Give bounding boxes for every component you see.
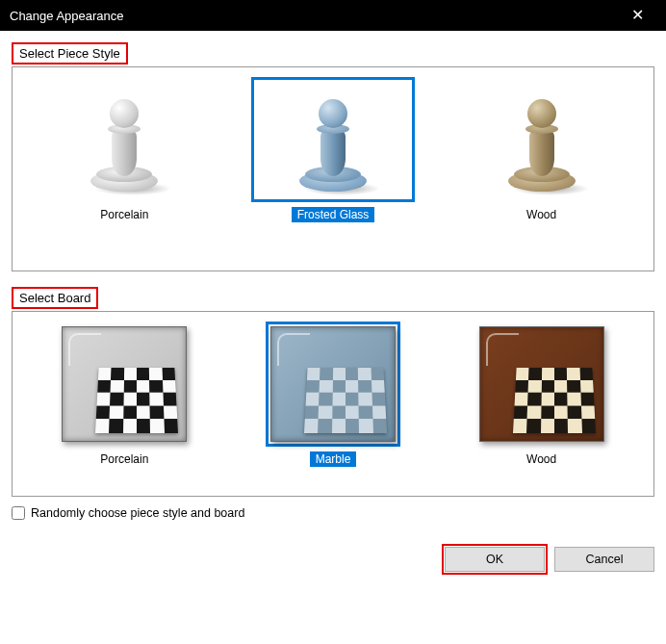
piece-option-wood[interactable]: Wood xyxy=(450,77,633,222)
piece-thumb xyxy=(42,77,206,202)
titlebar: Change Appearance ✕ xyxy=(0,0,666,31)
board-icon xyxy=(62,326,187,442)
board-squares xyxy=(95,368,178,433)
random-style-checkbox-row[interactable]: Randomly choose piece style and board xyxy=(12,506,654,520)
close-icon[interactable]: ✕ xyxy=(618,0,656,31)
piece-thumb xyxy=(251,77,415,202)
board-section-label: Select Board xyxy=(12,287,98,309)
piece-thumb xyxy=(460,77,624,202)
piece-option-label: Porcelain xyxy=(94,207,154,222)
pawn-icon xyxy=(508,88,576,192)
piece-option-label: Frosted Glass xyxy=(292,207,375,222)
piece-style-section-label: Select Piece Style xyxy=(12,42,128,64)
dialog-content: Select Piece Style Porcelain Frost xyxy=(0,31,666,583)
piece-style-gallery: Porcelain Frosted Glass Wood xyxy=(12,66,654,271)
ok-button[interactable]: OK xyxy=(445,547,545,572)
piece-option-label: Wood xyxy=(521,207,562,222)
board-icon xyxy=(270,326,396,442)
board-option-label: Wood xyxy=(521,451,562,467)
random-style-label: Randomly choose piece style and board xyxy=(31,506,244,520)
board-option-label: Porcelain xyxy=(94,451,154,467)
piece-option-frosted-glass[interactable]: Frosted Glass xyxy=(242,77,424,222)
board-squares xyxy=(513,368,596,433)
pawn-icon xyxy=(90,88,158,192)
window-title: Change Appearance xyxy=(10,9,618,23)
board-option-wood[interactable]: Wood xyxy=(450,322,633,467)
piece-option-porcelain[interactable]: Porcelain xyxy=(33,77,216,222)
board-thumb-wrap xyxy=(57,322,192,447)
cancel-button[interactable]: Cancel xyxy=(554,547,654,572)
pawn-icon xyxy=(299,88,367,192)
board-thumb-wrap xyxy=(266,322,400,447)
board-option-label: Marble xyxy=(310,451,357,467)
board-option-marble[interactable]: Marble xyxy=(242,322,424,467)
board-option-porcelain[interactable]: Porcelain xyxy=(33,322,216,467)
random-style-checkbox[interactable] xyxy=(12,506,25,520)
board-gallery: Porcelain Marble Wood xyxy=(12,311,654,497)
board-thumb-wrap xyxy=(474,322,609,447)
board-squares xyxy=(304,368,387,433)
dialog-buttons: OK Cancel xyxy=(12,547,654,572)
board-icon xyxy=(479,326,604,442)
